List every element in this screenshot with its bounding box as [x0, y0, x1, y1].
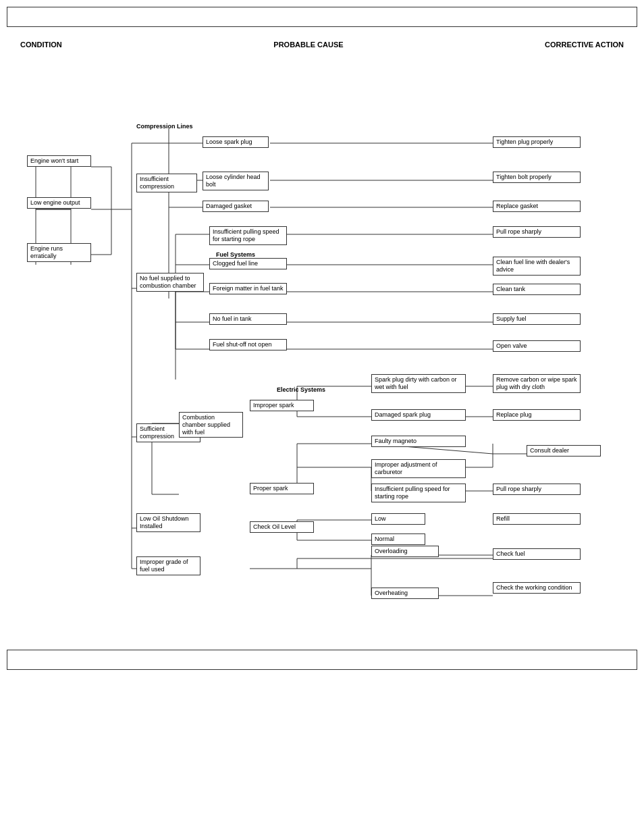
spark-plug-dirty-box: Spark plug dirty with carbon or wet with… — [371, 374, 466, 393]
faulty-magneto-box: Faulty magneto — [371, 436, 466, 447]
replace-plug-box: Replace plug — [493, 409, 581, 421]
low-box: Low — [371, 513, 425, 525]
proper-spark-box: Proper spark — [250, 483, 314, 494]
foreign-matter-fuel-tank-box: Foreign matter in fuel tank — [209, 283, 287, 294]
low-oil-shutdown-box: Low Oil Shutdown Installed — [136, 513, 200, 532]
action-header: CORRECTIVE ACTION — [516, 41, 624, 49]
engine-runs-erratically-box: Engine runs erratically — [27, 243, 91, 262]
insufficient-pulling-speed-box: Insufficient pulling speed for starting … — [209, 226, 287, 245]
page: CONDITION PROBABLE CAUSE CORRECTIVE ACTI… — [0, 0, 644, 834]
tighten-bolt-properly-box: Tighten bolt properly — [493, 172, 581, 183]
check-working-condition-box: Check the working condition — [493, 582, 581, 594]
bottom-bar — [7, 650, 637, 670]
compression-lines-label: Compression Lines — [136, 123, 193, 130]
pull-rope-sharply2-box: Pull rope sharply — [493, 484, 581, 495]
loose-spark-plug-box: Loose spark plug — [203, 136, 269, 148]
combustion-chamber-supplied-box: Combustion chamber supplied with fuel — [179, 412, 243, 438]
improper-grade-fuel-box: Improper grade of fuel used — [136, 556, 200, 575]
diagram-area: CONDITION PROBABLE CAUSE CORRECTIVE ACTI… — [7, 37, 637, 640]
cause-header: PROBABLE CAUSE — [101, 41, 516, 49]
headers: CONDITION PROBABLE CAUSE CORRECTIVE ACTI… — [14, 41, 630, 49]
insufficient-pulling-speed2-box: Insufficient pulling speed for starting … — [371, 484, 466, 502]
low-engine-output-box: Low engine output — [27, 197, 91, 209]
replace-gasket-box: Replace gasket — [493, 201, 581, 212]
remove-carbon-box: Remove carbon or wipe spark plug with dr… — [493, 374, 581, 393]
supply-fuel-box: Supply fuel — [493, 313, 581, 325]
fuel-shutoff-box: Fuel shut-off not open — [209, 339, 287, 350]
normal-box: Normal — [371, 533, 425, 545]
improper-spark-box: Improper spark — [250, 400, 314, 411]
pull-rope-sharply-box: Pull rope sharply — [493, 226, 581, 238]
condition-header: CONDITION — [20, 41, 101, 49]
loose-cylinder-head-bolt-box: Loose cylinder head bolt — [203, 172, 269, 190]
clean-fuel-line-box: Clean fuel line with dealer's advice — [493, 257, 581, 276]
engine-wont-start-box: Engine won't start — [27, 155, 91, 167]
no-fuel-supplied-box: No fuel supplied to combustion chamber — [136, 273, 204, 292]
improper-adjustment-box: Improper adjustment of carburetor — [371, 459, 466, 478]
no-fuel-in-tank-box: No fuel in tank — [209, 313, 287, 325]
clogged-fuel-line-box: Clogged fuel line — [209, 258, 287, 269]
overheating-box: Overheating — [371, 588, 439, 599]
top-bar — [7, 7, 637, 27]
open-valve-box: Open valve — [493, 340, 581, 352]
check-fuel-box: Check fuel — [493, 548, 581, 560]
insufficient-compression-box: Insufficient compression — [136, 174, 197, 192]
check-oil-level-box: Check Oil Level — [250, 521, 314, 533]
damaged-gasket-box: Damaged gasket — [203, 201, 269, 212]
tighten-plug-properly-box: Tighten plug properly — [493, 136, 581, 148]
fuel-systems-label: Fuel Systems — [216, 251, 255, 258]
consult-dealer-box: Consult dealer — [527, 445, 601, 457]
electric-systems-label: Electric Systems — [277, 386, 325, 393]
diagram-container: Engine won't start Low engine output Eng… — [14, 55, 641, 636]
refill-box: Refill — [493, 513, 581, 525]
clean-tank-box: Clean tank — [493, 284, 581, 295]
overloading-box: Overloading — [371, 546, 439, 557]
damaged-spark-plug-box: Damaged spark plug — [371, 409, 466, 421]
